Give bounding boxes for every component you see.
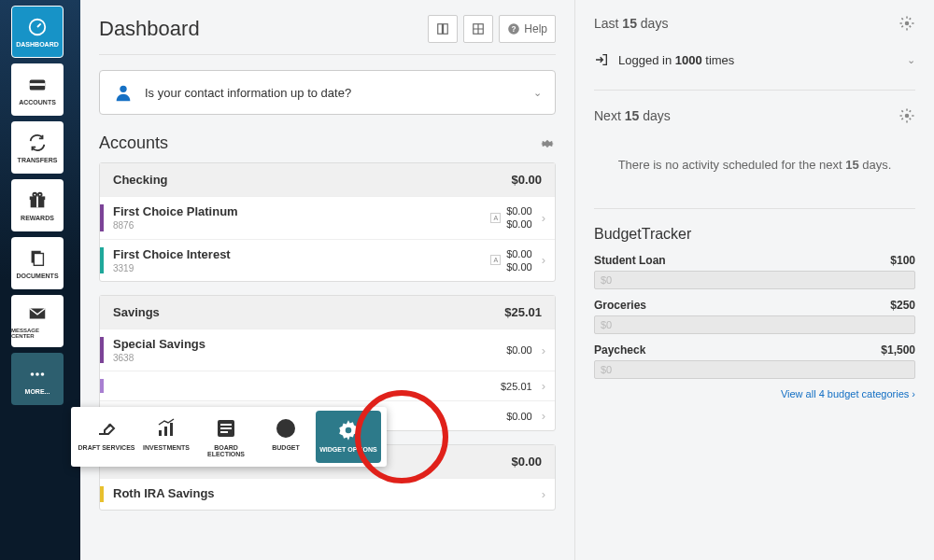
nav-label: TRANSFERS bbox=[18, 157, 58, 163]
login-count-row[interactable]: Logged in 1000 times ⌄ bbox=[594, 47, 915, 73]
chevron-right-icon: › bbox=[542, 343, 545, 357]
group-name: Checking bbox=[113, 173, 168, 187]
svg-rect-22 bbox=[159, 430, 162, 436]
color-stripe bbox=[100, 486, 104, 502]
budget-item: Student Loan$100$0 bbox=[594, 254, 915, 289]
svg-point-7 bbox=[38, 192, 42, 196]
budget-item: Paycheck$1,500$0 bbox=[594, 343, 915, 379]
gauge-icon bbox=[27, 17, 48, 37]
gear-icon bbox=[336, 418, 361, 442]
nav-label: DOCUMENTS bbox=[16, 273, 58, 279]
nav-documents[interactable]: DOCUMENTS bbox=[11, 237, 64, 289]
nav-message-center[interactable]: MESSAGE CENTER bbox=[11, 295, 64, 347]
page-header: Dashboard ?Help bbox=[99, 15, 556, 55]
color-stripe bbox=[100, 247, 104, 274]
account-number: 3638 bbox=[113, 353, 506, 363]
chevron-down-icon: ⌄ bbox=[533, 87, 542, 99]
account-number: 8876 bbox=[113, 220, 490, 231]
left-column: Dashboard ?Help Is your contact informat… bbox=[80, 0, 575, 560]
account-name: First Choice Interest bbox=[113, 247, 490, 261]
help-button[interactable]: ?Help bbox=[499, 15, 556, 43]
draft-icon bbox=[95, 417, 118, 440]
group-total: $0.00 bbox=[511, 173, 542, 187]
cycle-icon bbox=[27, 133, 48, 153]
list-icon bbox=[215, 417, 237, 440]
svg-point-21 bbox=[905, 114, 910, 119]
gear-icon[interactable] bbox=[899, 15, 915, 32]
header-button-2[interactable] bbox=[463, 15, 493, 43]
help-icon: ? bbox=[507, 22, 520, 35]
chevron-right-icon: › bbox=[542, 487, 545, 501]
group-name: Savings bbox=[113, 305, 160, 319]
account-row[interactable]: $25.01 › bbox=[100, 371, 555, 400]
budget-item: Groceries$250$0 bbox=[594, 299, 915, 334]
account-group: Checking$0.00 First Choice Platinum 8876… bbox=[99, 162, 556, 282]
account-row[interactable]: Special Savings 3638 $0.00 › bbox=[100, 329, 555, 371]
svg-rect-26 bbox=[220, 424, 232, 426]
svg-rect-14 bbox=[438, 24, 443, 35]
nav-rewards[interactable]: REWARDS bbox=[11, 179, 64, 231]
nav-label: ACCOUNTS bbox=[19, 99, 56, 105]
gear-icon[interactable] bbox=[899, 107, 915, 124]
flyout-budget[interactable]: BUDGET bbox=[256, 416, 316, 457]
color-stripe bbox=[100, 379, 104, 393]
nav-label: MESSAGE CENTER bbox=[11, 328, 64, 339]
flyout-board-elections[interactable]: BOARD ELECTIONS bbox=[196, 416, 256, 457]
dots-icon bbox=[27, 364, 48, 385]
account-name: Roth IRA Savings bbox=[113, 486, 532, 500]
budget-amount: $250 bbox=[890, 299, 915, 312]
account-amounts: $0.00 bbox=[506, 410, 532, 423]
svg-text:?: ? bbox=[512, 25, 517, 34]
header-button-1[interactable] bbox=[428, 15, 458, 43]
accounts-header: Accounts bbox=[99, 133, 556, 153]
last-days-header: Last 15 days bbox=[594, 15, 915, 32]
flyout-investments[interactable]: INVESTMENTS bbox=[136, 416, 196, 457]
flyout-widget-options[interactable]: WIDGET OPTIONS bbox=[316, 411, 381, 463]
view-all-budget-link[interactable]: View all 4 budget categories › bbox=[594, 388, 915, 399]
account-row[interactable]: First Choice Platinum 8876 A $0.00$0.00 … bbox=[100, 196, 555, 239]
budget-bar: $0 bbox=[594, 271, 915, 289]
alert-text: Is your contact information up to date? bbox=[145, 86, 522, 100]
svg-point-13 bbox=[41, 372, 45, 376]
divider bbox=[594, 90, 915, 91]
svg-point-11 bbox=[31, 372, 35, 376]
chevron-right-icon: › bbox=[542, 211, 545, 225]
account-amounts: A $0.00$0.00 bbox=[490, 204, 531, 231]
budget-name: Student Loan bbox=[594, 254, 666, 267]
account-row[interactable]: Roth IRA Savings › bbox=[100, 478, 555, 510]
group-header: Checking$0.00 bbox=[100, 163, 555, 196]
svg-rect-15 bbox=[444, 24, 448, 35]
gear-icon[interactable] bbox=[539, 135, 556, 152]
divider bbox=[594, 208, 915, 209]
no-activity-text: There is no activity scheduled for the n… bbox=[594, 139, 915, 191]
mail-icon bbox=[27, 303, 48, 324]
contact-alert[interactable]: Is your contact information up to date? … bbox=[99, 70, 556, 115]
color-stripe bbox=[100, 337, 104, 363]
badge: A bbox=[490, 213, 501, 223]
nav-label: REWARDS bbox=[21, 215, 54, 221]
svg-rect-28 bbox=[220, 431, 228, 433]
budget-name: Groceries bbox=[594, 299, 646, 312]
nav-more[interactable]: MORE... bbox=[11, 353, 64, 405]
nav-label: DASHBOARD bbox=[16, 41, 59, 48]
svg-rect-24 bbox=[170, 423, 173, 436]
budget-title: BudgetTracker bbox=[594, 226, 915, 243]
badge: A bbox=[490, 255, 501, 265]
chevron-right-icon: › bbox=[542, 379, 545, 393]
right-column: Last 15 days Logged in 1000 times ⌄ Next… bbox=[575, 0, 934, 560]
pie-icon bbox=[275, 417, 297, 440]
nav-accounts[interactable]: ACCOUNTS bbox=[11, 63, 64, 116]
nav-transfers[interactable]: TRANSFERS bbox=[11, 121, 64, 174]
nav-dashboard[interactable]: DASHBOARD bbox=[11, 6, 64, 58]
flyout-draft-services[interactable]: DRAFT SERVICES bbox=[77, 416, 136, 457]
person-icon bbox=[113, 82, 134, 103]
login-icon bbox=[594, 52, 609, 67]
budget-bar: $0 bbox=[594, 360, 915, 379]
nav-label: MORE... bbox=[25, 388, 50, 395]
account-row[interactable]: First Choice Interest 3319 A $0.00$0.00 … bbox=[100, 239, 555, 282]
grid-icon bbox=[472, 22, 485, 35]
budget-amount: $100 bbox=[890, 254, 915, 267]
chevron-right-icon: › bbox=[542, 409, 545, 423]
chevron-right-icon: › bbox=[542, 253, 545, 267]
account-name: First Choice Platinum bbox=[113, 204, 490, 218]
